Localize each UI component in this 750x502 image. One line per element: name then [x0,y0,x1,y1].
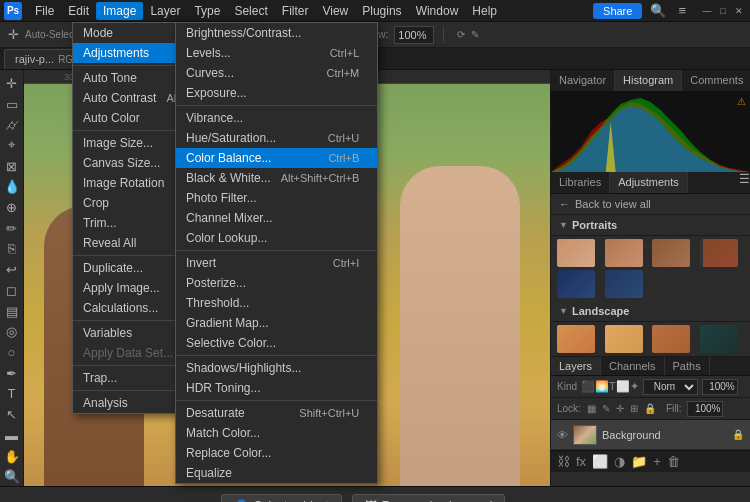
flow-input[interactable] [394,26,434,44]
tool-heal[interactable]: ⊕ [1,198,23,217]
add-mask-icon[interactable]: ⬜ [592,454,608,469]
tool-crop[interactable]: ⊠ [1,157,23,176]
tool-eraser[interactable]: ◻ [1,281,23,300]
landscape-preset-3[interactable] [652,325,690,353]
portraits-section-header[interactable]: ▼ Portraits [551,215,750,236]
lock-transparent-icon[interactable]: ▦ [587,403,596,414]
tool-dodge[interactable]: ○ [1,343,23,362]
portrait-preset-4[interactable] [700,239,738,267]
share-button[interactable]: Share [593,3,642,19]
portrait-preset-6[interactable] [605,270,643,298]
tool-hand[interactable]: ✋ [1,447,23,466]
tool-blur[interactable]: ◎ [1,322,23,341]
maximize-button[interactable]: □ [716,4,730,18]
menu-plugins[interactable]: Plugins [355,2,408,20]
menu-select[interactable]: Select [227,2,274,20]
portrait-preset-5[interactable] [557,270,595,298]
submenu-photo-filter[interactable]: Photo Filter... [176,188,377,208]
menu-help[interactable]: Help [465,2,504,20]
landscape-preset-4[interactable] [700,325,738,353]
landscape-section-header[interactable]: ▼ Landscape [551,301,750,322]
portrait-preset-3[interactable] [652,239,690,267]
tab-paths[interactable]: Paths [665,357,710,375]
submenu-brightness-contrast[interactable]: Brightness/Contrast... [176,23,377,43]
remove-background-button[interactable]: 🖼 Remove background [352,494,506,503]
tool-shape[interactable]: ▬ [1,426,23,445]
tool-move[interactable]: ✛ [1,74,23,93]
tool-gradient[interactable]: ▤ [1,302,23,321]
opacity-field[interactable] [702,379,738,395]
tab-comments[interactable]: Comments [682,70,750,91]
submenu-equalize[interactable]: Equalize [176,463,377,483]
tool-text[interactable]: T [1,385,23,404]
submenu-hue-saturation[interactable]: Hue/Saturation... Ctrl+U [176,128,377,148]
submenu-color-lookup[interactable]: Color Lookup... [176,228,377,248]
tool-zoom[interactable]: 🔍 [1,467,23,486]
portrait-preset-1[interactable] [557,239,595,267]
tab-layers[interactable]: Layers [551,357,601,375]
blend-mode-select[interactable]: Normal [643,379,698,395]
tab-navigator[interactable]: Navigator [551,70,615,91]
menu-filter[interactable]: Filter [275,2,316,20]
landscape-preset-1[interactable] [557,325,595,353]
lock-artboard-icon[interactable]: ⊞ [630,403,638,414]
submenu-channel-mixer[interactable]: Channel Mixer... [176,208,377,228]
tool-history-brush[interactable]: ↩ [1,260,23,279]
tool-clone[interactable]: ⎘ [1,240,23,259]
menu-file[interactable]: File [28,2,61,20]
menu-edit[interactable]: Edit [61,2,96,20]
fx-icon[interactable]: fx [576,454,586,469]
submenu-vibrance[interactable]: Vibrance... [176,108,377,128]
submenu-replace-color[interactable]: Replace Color... [176,443,377,463]
search-icon[interactable]: 🔍 [646,2,670,19]
tab-histogram[interactable]: Histogram [615,70,682,91]
submenu-posterize[interactable]: Posterize... [176,273,377,293]
landscape-preset-2[interactable] [605,325,643,353]
submenu-match-color[interactable]: Match Color... [176,423,377,443]
panel-menu-icon[interactable]: ☰ [739,172,750,193]
tool-eyedropper[interactable]: 💧 [1,178,23,197]
minimize-button[interactable]: — [700,4,714,18]
lock-image-icon[interactable]: ✎ [602,403,610,414]
submenu-shadows-highlights[interactable]: Shadows/Highlights... [176,358,377,378]
tab-channels[interactable]: Channels [601,357,664,375]
submenu-hdr-toning[interactable]: HDR Toning... [176,378,377,398]
submenu-invert[interactable]: Invert Ctrl+I [176,253,377,273]
link-layers-icon[interactable]: ⛓ [557,454,570,469]
delete-layer-icon[interactable]: 🗑 [667,454,680,469]
back-to-view-all-link[interactable]: Back to view all [575,198,651,210]
submenu-color-balance[interactable]: Color Balance... Ctrl+B [176,148,377,168]
tool-pen[interactable]: ✒ [1,364,23,383]
tool-path-select[interactable]: ↖ [1,405,23,424]
select-subject-button[interactable]: 👤 Select subject [221,494,342,503]
layer-visibility-icon[interactable]: 👁 [557,429,568,441]
submenu-selective-color[interactable]: Selective Color... [176,333,377,353]
menu-image[interactable]: Image [96,2,143,20]
submenu-black-white[interactable]: Black & White... Alt+Shift+Ctrl+B [176,168,377,188]
new-layer-icon[interactable]: + [653,454,661,469]
tool-select-rect[interactable]: ▭ [1,95,23,114]
close-button[interactable]: ✕ [732,4,746,18]
tab-adjustments[interactable]: Adjustments [610,172,688,193]
tool-magic-wand[interactable]: ⌖ [1,136,23,155]
layer-background-row[interactable]: 👁 Background 🔒 [551,420,750,450]
learn-icon[interactable]: ≡ [674,2,690,19]
menu-layer[interactable]: Layer [143,2,187,20]
lock-position-icon[interactable]: ✛ [616,403,624,414]
portrait-preset-2[interactable] [605,239,643,267]
submenu-levels[interactable]: Levels... Ctrl+L [176,43,377,63]
menu-window[interactable]: Window [409,2,466,20]
tool-brush[interactable]: ✏ [1,219,23,238]
lock-all-icon[interactable]: 🔒 [644,403,656,414]
more-options-icon[interactable]: ••• [515,498,529,502]
back-arrow-icon[interactable]: ← [559,198,570,210]
submenu-desaturate[interactable]: Desaturate Shift+Ctrl+U [176,403,377,423]
menu-view[interactable]: View [315,2,355,20]
submenu-exposure[interactable]: Exposure... [176,83,377,103]
tool-lasso[interactable]: ⌭ [1,115,23,134]
group-layers-icon[interactable]: 📁 [631,454,647,469]
submenu-threshold[interactable]: Threshold... [176,293,377,313]
menu-type[interactable]: Type [187,2,227,20]
fill-field[interactable] [687,401,723,417]
adjustment-layer-icon[interactable]: ◑ [614,454,625,469]
